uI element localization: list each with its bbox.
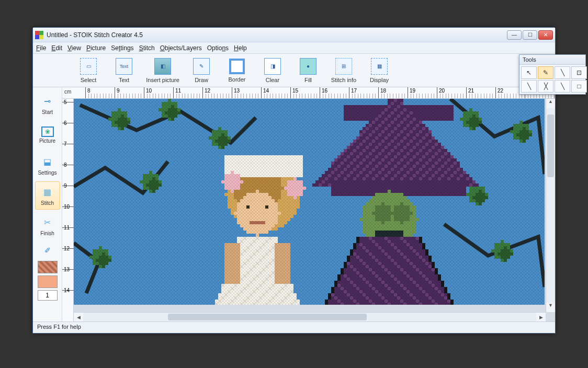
eyedropper-button[interactable]: ✐ xyxy=(36,242,59,259)
minimize-button[interactable]: — xyxy=(507,30,522,40)
maximize-button[interactable]: ☐ xyxy=(523,30,537,40)
draw-button[interactable]: ✎ Draw xyxy=(185,56,218,85)
menu-settings[interactable]: Settings xyxy=(111,44,133,52)
canvas-area: cm 89101112131415161718192021222324 5678… xyxy=(62,87,555,321)
titlebar: Untitled - STOIK Stitch Creator 4.5 — ☐ … xyxy=(33,28,555,42)
tool-option-2[interactable]: ╲ xyxy=(555,66,570,79)
horizontal-scrollbar[interactable]: ◀ ▶ xyxy=(74,312,546,321)
border-icon xyxy=(229,59,245,74)
body: ⊸ Start ❀ Picture ⬓ Settings ▦ Stitch ✂ … xyxy=(33,87,555,321)
insert-picture-button[interactable]: ◧ Insert picture xyxy=(143,56,183,85)
draw-icon: ✎ xyxy=(193,58,210,75)
toolbar: ▭ Select Text Text ◧ Insert picture ✎ Dr… xyxy=(33,54,555,87)
sidebar-finish[interactable]: ✂ Finish xyxy=(35,212,60,240)
sidebar-settings[interactable]: ⬓ Settings xyxy=(35,151,60,179)
sidebar: ⊸ Start ❀ Picture ⬓ Settings ▦ Stitch ✂ … xyxy=(33,87,62,321)
menu-objects[interactable]: Objects/Layers xyxy=(160,44,202,52)
tool-option-6[interactable]: ╲ xyxy=(555,80,570,93)
eyedropper-icon: ✐ xyxy=(44,246,51,255)
tool-option-5[interactable]: ╳ xyxy=(538,80,553,93)
scroll-down-icon[interactable]: ▼ xyxy=(546,303,555,312)
fill-icon: ● xyxy=(300,58,316,75)
menubar: File Edit View Picture Settings Stitch O… xyxy=(33,42,555,54)
tools-panel-title: Tools xyxy=(519,55,585,65)
status-text: Press F1 for help xyxy=(37,324,81,330)
stitch-icon: ▦ xyxy=(40,186,55,199)
scroll-right-icon[interactable]: ▶ xyxy=(536,313,546,321)
select-button[interactable]: ▭ Select xyxy=(72,56,105,85)
tool-option-7[interactable]: □ xyxy=(571,80,587,93)
scroll-left-icon[interactable]: ◀ xyxy=(74,313,83,321)
menu-view[interactable]: View xyxy=(67,44,81,52)
insert-picture-icon: ◧ xyxy=(154,58,171,75)
scroll-thumb-h[interactable] xyxy=(168,314,367,320)
tools-panel[interactable]: Tools ↖✎╲⊡╲╳╲□ xyxy=(519,54,586,95)
scroll-up-icon[interactable]: ▲ xyxy=(546,99,555,108)
stitch-info-icon: ⊞ xyxy=(335,58,352,75)
display-button[interactable]: ▦ Display xyxy=(363,56,396,85)
menu-picture[interactable]: Picture xyxy=(86,44,106,52)
sidebar-picture[interactable]: ❀ Picture xyxy=(35,121,60,149)
tool-option-1[interactable]: ✎ xyxy=(538,66,553,79)
scissors-icon: ✂ xyxy=(40,216,55,229)
tool-option-3[interactable]: ⊡ xyxy=(571,66,587,79)
scroll-thumb-v[interactable] xyxy=(547,114,554,177)
ruler-vertical: 567891011121314 xyxy=(62,99,74,321)
window-controls: — ☐ ✕ xyxy=(507,30,553,40)
app-window: Untitled - STOIK Stitch Creator 4.5 — ☐ … xyxy=(32,27,556,334)
display-icon: ▦ xyxy=(371,58,388,75)
ruler-unit: cm xyxy=(64,89,71,95)
color-swatch-2[interactable] xyxy=(38,275,58,288)
menu-edit[interactable]: Edit xyxy=(51,44,62,52)
tool-option-0[interactable]: ↖ xyxy=(521,66,537,79)
tool-option-4[interactable]: ╲ xyxy=(521,80,537,93)
settings-icon: ⬓ xyxy=(40,155,55,169)
app-icon xyxy=(35,31,43,39)
menu-help[interactable]: Help xyxy=(234,44,247,52)
key-icon: ⊸ xyxy=(40,95,55,108)
border-button[interactable]: Border xyxy=(220,56,254,85)
text-icon: Text xyxy=(116,58,132,75)
clear-button[interactable]: ◨ Clear xyxy=(256,56,289,85)
menu-file[interactable]: File xyxy=(36,44,46,52)
picture-icon: ❀ xyxy=(41,126,54,137)
menu-stitch[interactable]: Stitch xyxy=(139,44,155,52)
canvas-viewport: ▲ ▼ ◀ ▶ xyxy=(74,99,555,321)
vertical-scrollbar[interactable]: ▲ ▼ xyxy=(546,99,555,312)
text-button[interactable]: Text Text xyxy=(107,56,141,85)
menu-options[interactable]: Options xyxy=(207,44,229,52)
tools-grid: ↖✎╲⊡╲╳╲□ xyxy=(519,65,585,94)
sidebar-stitch[interactable]: ▦ Stitch xyxy=(35,181,60,210)
fill-button[interactable]: ● Fill xyxy=(291,56,325,85)
select-icon: ▭ xyxy=(80,58,97,75)
window-title: Untitled - STOIK Stitch Creator 4.5 xyxy=(47,31,507,39)
color-swatch-1[interactable] xyxy=(38,261,58,273)
statusbar: Press F1 for help xyxy=(33,321,555,333)
sidebar-start[interactable]: ⊸ Start xyxy=(35,90,60,119)
ruler-horizontal: cm 89101112131415161718192021222324 xyxy=(62,87,555,99)
close-button[interactable]: ✕ xyxy=(538,30,553,40)
clear-icon: ◨ xyxy=(264,58,281,75)
thread-number[interactable]: 1 xyxy=(38,290,58,301)
stitch-canvas[interactable] xyxy=(74,99,545,305)
stitch-info-button[interactable]: ⊞ Stitch info xyxy=(327,56,360,85)
